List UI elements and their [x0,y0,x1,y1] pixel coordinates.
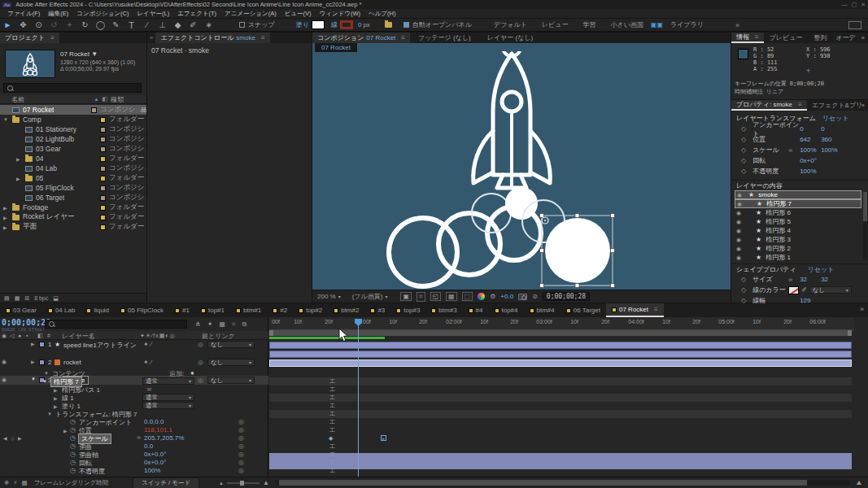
prop-row[interactable]: ◇位置642360 [731,134,868,145]
workspace-review[interactable]: レビュー [534,20,576,29]
twirl-icon[interactable]: ▶ [54,403,58,409]
project-item[interactable]: 03 Gearコンポジション [0,144,146,154]
twirl-icon[interactable]: ▶ [63,428,68,434]
blend-mode-select[interactable]: 通常▾ [142,394,194,401]
project-item[interactable]: 02 LightBulbコンポジション [0,134,146,144]
project-search-input[interactable] [3,83,142,93]
column-type[interactable]: 種類 [111,95,146,104]
frame-blending-icon[interactable]: ⌗ [232,320,236,329]
horizontal-scrollbar[interactable] [276,480,850,486]
timeline-tab[interactable]: #2 [267,303,293,317]
menu-help[interactable]: ヘルプ(H) [364,10,399,18]
list-view-icon[interactable]: ▤ [4,295,10,302]
transparency-grid-icon[interactable]: ▦ [446,292,457,301]
property-row-selected[interactable]: ◀◇▶◷スケール∞205.7,205.7%◎ [0,434,268,442]
timeline-tab[interactable]: liquid [81,303,115,317]
property-track[interactable]: 工 [269,410,852,418]
content-item[interactable]: ◉★smoke [735,190,861,199]
stopwatch-icon-active[interactable]: ◷ [70,434,76,442]
project-item[interactable]: ▶平面フォルダー [0,222,146,232]
property-row[interactable]: ◷歪曲軸0x+0.0°◎ [0,451,268,459]
preview-comp-name[interactable]: 07 Rocket ▼ [60,50,135,58]
column-name[interactable]: 名前 [11,95,24,104]
link-icon[interactable]: ∞ [788,147,800,153]
workspace-small-screen[interactable]: 小さい画面 [603,20,650,29]
property-track-scale[interactable]: ◆▸ [269,434,852,442]
prop-row[interactable]: ◇スケール∞100%100% [731,145,868,155]
sort-arrow-icon[interactable]: ▲ [94,97,98,102]
content-item[interactable]: ◉★楕円形 1 [731,253,868,262]
timeline-tab[interactable]: btm#3 [425,303,462,317]
zoom-in-mountain-icon[interactable]: ▲ [263,479,269,486]
property-track[interactable]: 工 [269,377,852,386]
shape-prop-row[interactable]: ◇サイズ∞3232 [731,274,868,285]
eraser-tool[interactable]: ◆ [170,20,185,29]
layer-duration-bar[interactable] [269,351,852,358]
composition-mini-flowchart-icon[interactable]: ⋔ [195,320,201,329]
keyframe-nav-add-icon[interactable]: ◇ [11,435,15,441]
parent-select[interactable]: なし▾ [207,341,255,348]
menu-file[interactable]: ファイル(F) [3,10,44,18]
auto-open-checkbox[interactable] [403,22,409,28]
property-row[interactable]: ▼トランスフォーム: 楕円形 7 [0,410,268,418]
panel-menu-icon[interactable]: ≡ [401,34,405,41]
pickwhip-icon[interactable]: ◎ [238,467,244,474]
project-column-header[interactable]: 名前 ▲ ◧ 種類 [0,95,146,104]
property-row[interactable]: ◷アンカーポイント0.0,0.0◎ [0,418,268,426]
twirl-icon[interactable]: ▶ [54,387,58,393]
twirl-icon[interactable]: ▶ [31,341,35,346]
layer-name[interactable]: speed line1アウトライン [63,341,137,350]
shape-tool[interactable]: ◯ [93,20,108,29]
tab-properties[interactable]: プロパティ: smoke≡ [731,100,807,111]
property-track[interactable]: 工 [269,402,852,410]
pan-camera-tool[interactable]: ✦ [62,20,77,29]
reset-link[interactable]: リセット [808,265,835,274]
project-item[interactable]: ▶Footageフォルダー [0,203,146,212]
link-icon[interactable]: ∞ [137,434,141,440]
timeline-tab[interactable]: 05 FlipClock [115,303,169,317]
eye-icon[interactable]: ◉ [736,255,741,261]
workspace-default[interactable]: デフォルト [486,20,534,29]
timeline-tab[interactable]: top#1 [195,303,230,317]
work-area-bar[interactable] [269,330,852,336]
keyframe-diamond-icon[interactable]: ◇ [741,125,746,133]
timeline-tab[interactable]: 06 Target [560,303,606,317]
prop-row[interactable]: ◇アンカーポイント00 [731,124,868,134]
twirl-icon[interactable]: ▼ [47,412,52,416]
motion-blur-icon[interactable]: ⧉ [242,320,246,329]
project-item[interactable]: 04 Labコンポジション [0,163,146,173]
twirl-icon[interactable]: ▶ [3,215,9,220]
hide-shy-layers-icon[interactable]: ▦ [219,320,225,329]
timeline-zoom-slider[interactable] [227,482,260,484]
workspace-libraries[interactable]: ライブラリ [663,20,711,29]
property-track[interactable]: 工 [269,386,852,394]
show-snapshot-icon[interactable]: ⊘ [532,293,538,300]
panel-menu-icon[interactable]: ≡ [261,34,265,41]
layer-row[interactable]: ▶ 1 ★ speed line1アウトライン ✦ ∕ ◎ なし▾ [0,340,268,349]
twirl-icon[interactable]: ▶ [31,359,35,364]
twirl-icon[interactable]: ▶ [3,205,9,211]
label-chip[interactable] [100,156,106,162]
property-row[interactable]: ▶線 1通常▾ [0,394,268,402]
menu-window[interactable]: ウィンドウ(W) [316,10,364,18]
twirl-icon[interactable]: ▶ [16,156,22,162]
3d-view-icon[interactable]: ⬚ [462,292,473,301]
timeline-tab[interactable]: #1 [169,303,195,317]
property-row[interactable]: ▶塗り 1通常▾ [0,402,268,410]
twirl-icon[interactable]: ▶ [3,224,9,230]
search-workspace-icon[interactable] [848,21,861,29]
layer-switches[interactable]: ✦ ∕ [143,359,151,366]
prop-row[interactable]: ◇不透明度100% [731,166,868,176]
exposure-value[interactable]: +0.0 [500,293,513,300]
twirl-icon[interactable]: ▶ [54,395,58,401]
workspace-icon[interactable]: ▣▣ [651,21,663,28]
maximize-button[interactable]: ▢ [852,2,857,8]
label-chip[interactable] [100,176,106,181]
region-of-interest-icon[interactable]: ◱ [430,292,442,301]
menu-view[interactable]: ビュー(V) [281,10,316,18]
project-item[interactable]: 07 Rocketコンポジション品 [0,105,146,115]
hand-tool[interactable]: ✥ [15,20,31,29]
label-chip[interactable] [100,166,106,172]
blend-mode-select[interactable]: 通常▾ [142,402,194,409]
project-item[interactable]: ▶04フォルダー [0,154,146,163]
